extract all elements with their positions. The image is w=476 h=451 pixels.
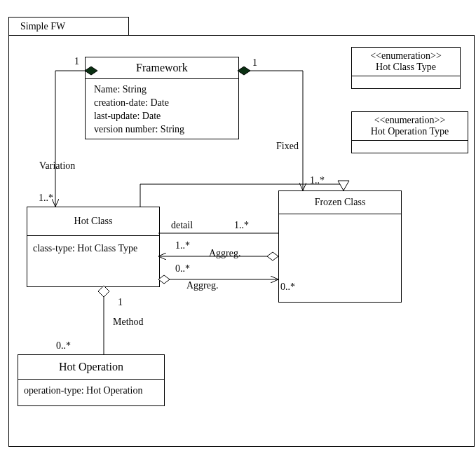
label-fixed: Fixed bbox=[276, 141, 299, 152]
rel-generalization bbox=[140, 184, 344, 207]
label-method: Method bbox=[113, 317, 144, 328]
mult-one-framework-right: 1 bbox=[252, 57, 257, 69]
diamond-aggreg1 bbox=[267, 252, 278, 261]
mult-one-method: 1 bbox=[118, 297, 123, 308]
mult-one-framework-left: 1 bbox=[74, 56, 79, 67]
label-aggreg1: Aggreg. bbox=[209, 248, 241, 259]
diamond-method bbox=[98, 286, 109, 297]
label-aggreg2: Aggreg. bbox=[186, 280, 219, 291]
mult-method: 0..* bbox=[56, 340, 71, 352]
mult-aggreg2b: 0..* bbox=[280, 282, 295, 293]
diamond-aggreg2 bbox=[158, 275, 170, 284]
label-variation: Variation bbox=[39, 160, 75, 172]
diamond-variation bbox=[85, 67, 97, 75]
mult-detail: 1..* bbox=[234, 220, 249, 231]
mult-variation: 1..* bbox=[39, 193, 53, 204]
rel-fixed bbox=[238, 71, 303, 190]
mult-aggreg1a: 1..* bbox=[175, 240, 190, 251]
mult-fixed: 1..* bbox=[310, 175, 325, 186]
uml-diagram: Simple FW Framework Name: String creatio… bbox=[0, 0, 476, 451]
mult-aggreg2a: 0..* bbox=[175, 263, 190, 275]
gen-triangle bbox=[338, 181, 349, 190]
rel-variation bbox=[55, 71, 85, 207]
label-detail: detail bbox=[171, 220, 193, 231]
diamond-fixed bbox=[238, 67, 250, 75]
